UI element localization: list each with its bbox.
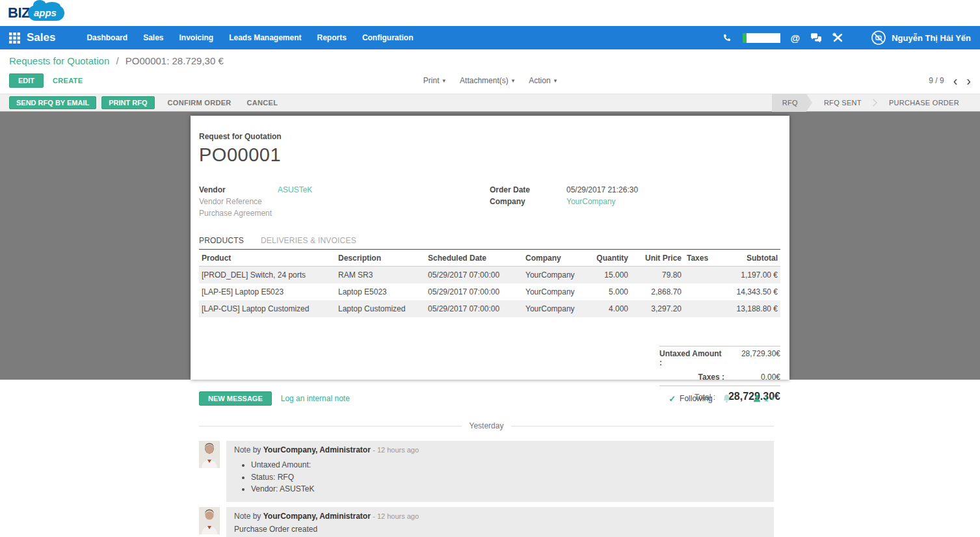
- action-dropdown-label: Action: [529, 76, 550, 85]
- nav-item-configuration[interactable]: Configuration: [354, 26, 421, 49]
- field-groups: Vendor ASUSTeK Vendor Reference Purchase…: [199, 184, 780, 219]
- print-rfq-button[interactable]: PRINT RFQ: [101, 96, 154, 109]
- untaxed-amount-value: 28,729.30€: [725, 349, 780, 358]
- col-company: Company: [523, 250, 590, 267]
- tab-deliveries-invoices[interactable]: DELIVERIES & INVOICES: [261, 236, 356, 249]
- notebook-tabs: PRODUCTS DELIVERIES & INVOICES: [199, 236, 780, 249]
- nav-item-sales[interactable]: Sales: [135, 26, 171, 49]
- col-product: Product: [199, 250, 336, 267]
- action-dropdowns: Print ▾ Attachment(s) ▾ Action ▾: [423, 76, 557, 85]
- avatar: [199, 507, 220, 534]
- col-taxes: Taxes: [684, 250, 717, 267]
- divider-line: [199, 426, 462, 426]
- at-mentions-icon[interactable]: @: [791, 33, 801, 44]
- state-rfq-sent[interactable]: RFQ SENT: [812, 94, 873, 112]
- record-pager: 9 / 9 ‹ ›: [929, 75, 971, 86]
- tracking-item: Vendor: ASUSTeK: [251, 483, 766, 495]
- current-app-name[interactable]: Sales: [27, 31, 55, 44]
- pager-next-icon[interactable]: ›: [966, 75, 971, 86]
- table-row[interactable]: [LAP-CUS] Laptop Customized Laptop Custo…: [199, 300, 780, 317]
- send-rfq-by-email-button[interactable]: SEND RFQ BY EMAIL: [9, 96, 96, 109]
- print-dropdown[interactable]: Print ▾: [423, 76, 445, 85]
- message: Note by YourCompany, Administrator - 12 …: [199, 507, 774, 537]
- table-row[interactable]: [LAP-E5] Laptop E5023 Laptop E5023 05/29…: [199, 283, 780, 300]
- document-number: PO00001: [199, 144, 780, 166]
- divider-line: [511, 426, 774, 426]
- col-description: Description: [336, 250, 425, 267]
- create-button[interactable]: CREATE: [53, 77, 83, 85]
- new-message-button[interactable]: NEW MESSAGE: [199, 391, 272, 406]
- message-bubble: Note by YourCompany, Administrator - 12 …: [226, 441, 774, 502]
- company-value-link[interactable]: YourCompany: [566, 197, 616, 206]
- table-row[interactable]: [PROD_DEL] Switch, 24 ports RAM SR3 05/2…: [199, 267, 780, 284]
- chat-messages-icon[interactable]: [810, 33, 822, 43]
- vendor-field: Vendor ASUSTeK: [199, 184, 490, 196]
- cell-quantity: 4.000: [590, 300, 631, 317]
- cell-scheduled-date: 05/29/2017 07:00:00: [425, 283, 523, 300]
- message-timestamp: - 12 hours ago: [373, 512, 419, 520]
- logo-biz-text: BIZ: [8, 5, 30, 21]
- chevron-down-icon: ▾: [443, 77, 446, 84]
- message-author[interactable]: YourCompany, Administrator: [263, 445, 371, 454]
- avatar: [199, 441, 220, 468]
- cell-scheduled-date: 05/29/2017 07:00:00: [425, 267, 523, 284]
- cell-company: YourCompany: [523, 300, 590, 317]
- company-label: Company: [490, 197, 566, 206]
- user-menu[interactable]: Nguyễn Thị Hải Yến: [871, 30, 971, 46]
- no-image-avatar-icon: [871, 30, 886, 46]
- screen: BIZ apps Sales Dashboard Sales Invoicing…: [0, 0, 980, 537]
- state-purchase-order[interactable]: PURCHASE ORDER: [877, 94, 971, 112]
- message-author[interactable]: YourCompany, Administrator: [263, 512, 371, 521]
- company-field: Company YourCompany: [490, 196, 780, 207]
- confirm-order-button[interactable]: CONFIRM ORDER: [160, 97, 239, 109]
- nav-item-leads-management[interactable]: Leads Management: [221, 26, 309, 49]
- cell-taxes: [684, 267, 717, 284]
- fields-left-column: Vendor ASUSTeK Vendor Reference Purchase…: [199, 184, 490, 219]
- breadcrumb-parent-link[interactable]: Requests for Quotation: [9, 55, 109, 66]
- chatter: NEW MESSAGE Log an internal note ✓ Follo…: [191, 391, 789, 537]
- logo-apps-cloud: apps: [28, 5, 64, 21]
- cell-description: Laptop Customized: [336, 300, 425, 317]
- chevron-down-icon: ▾: [771, 395, 774, 402]
- breadcrumb-current: PO00001: 28.729,30 €: [126, 55, 224, 66]
- tab-products[interactable]: PRODUCTS: [199, 236, 244, 249]
- timesheet-timer-widget[interactable]: [743, 33, 780, 43]
- navbar-systray: @ Nguyễn Thị Hải Yến: [722, 30, 971, 46]
- vendor-value-link[interactable]: ASUSTeK: [278, 185, 312, 194]
- order-date-field: Order Date 05/29/2017 21:26:30: [490, 184, 780, 196]
- vendor-reference-label: Vendor Reference: [199, 197, 278, 206]
- chevron-down-icon: ▾: [512, 77, 515, 84]
- followers-dropdown[interactable]: 1 ▾: [752, 394, 774, 403]
- attachments-dropdown[interactable]: Attachment(s) ▾: [460, 76, 514, 85]
- table-header-row: Product Description Scheduled Date Compa…: [199, 250, 780, 267]
- message-prefix: Note by: [234, 512, 261, 521]
- pager-previous-icon[interactable]: ‹: [953, 75, 958, 86]
- nav-item-dashboard[interactable]: Dashboard: [79, 26, 135, 49]
- vendor-reference-field: Vendor Reference: [199, 196, 490, 207]
- nav-item-invoicing[interactable]: Invoicing: [171, 26, 221, 49]
- bizapps-logo[interactable]: BIZ apps: [8, 5, 64, 21]
- phone-icon[interactable]: [722, 33, 732, 43]
- order-date-value: 05/29/2017 21:26:30: [566, 185, 638, 194]
- cancel-button[interactable]: CANCEL: [239, 97, 286, 109]
- tracking-item: Status: RFQ: [251, 471, 766, 484]
- action-dropdown[interactable]: Action ▾: [529, 76, 557, 85]
- statusbar: SEND RFQ BY EMAIL PRINT RFQ CONFIRM ORDE…: [0, 94, 980, 112]
- check-icon: ✓: [669, 394, 676, 404]
- apps-grid-icon[interactable]: [9, 33, 20, 44]
- message-prefix: Note by: [234, 445, 261, 454]
- state-rfq[interactable]: RFQ: [772, 94, 812, 112]
- bell-icon[interactable]: [722, 393, 732, 404]
- log-internal-note-link[interactable]: Log an internal note: [281, 394, 350, 403]
- pager-count: 9 / 9: [929, 76, 944, 85]
- document-sheet: Request for Quotation PO00001 Vendor ASU…: [191, 116, 789, 380]
- following-toggle[interactable]: Following: [680, 394, 713, 403]
- developer-tools-icon[interactable]: [832, 33, 843, 43]
- cell-description: Laptop E5023: [336, 283, 425, 300]
- taxes-value: 0.00€: [724, 373, 780, 382]
- col-subtotal: Subtotal: [717, 250, 780, 267]
- edit-button[interactable]: EDIT: [9, 73, 44, 88]
- chatter-follow-controls: ✓ Following 1 ▾: [669, 393, 774, 404]
- cell-product: [LAP-E5] Laptop E5023: [199, 283, 336, 300]
- nav-item-reports[interactable]: Reports: [310, 26, 354, 49]
